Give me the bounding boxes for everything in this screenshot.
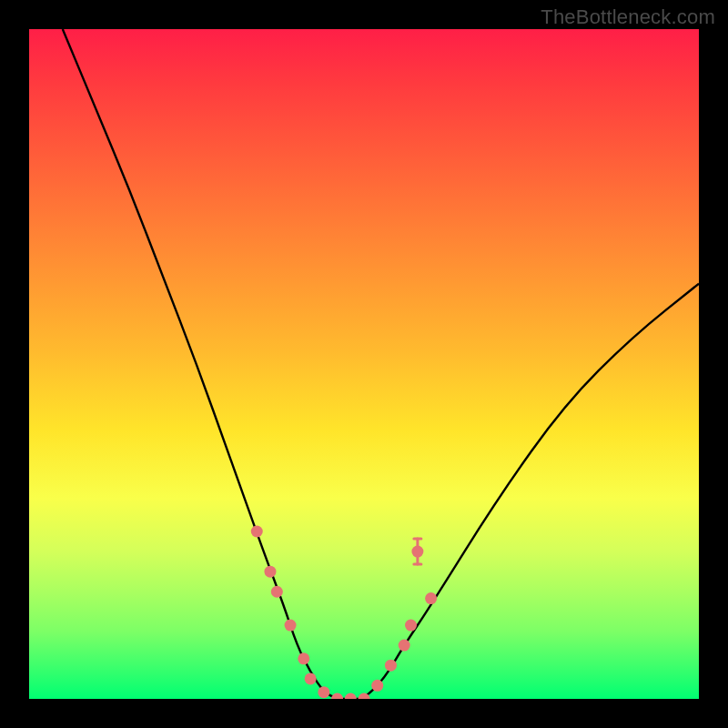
valley-markers <box>251 526 437 700</box>
svg-point-18 <box>411 546 423 558</box>
svg-point-5 <box>305 672 317 684</box>
svg-point-9 <box>359 693 370 700</box>
svg-point-14 <box>425 592 437 604</box>
svg-point-3 <box>285 620 297 632</box>
chart-frame: TheBottleneck.com <box>0 0 728 728</box>
svg-point-10 <box>371 680 383 692</box>
svg-point-6 <box>318 686 329 698</box>
svg-point-13 <box>405 620 417 632</box>
svg-point-8 <box>345 693 357 700</box>
svg-point-2 <box>271 586 283 598</box>
svg-point-1 <box>264 566 276 578</box>
watermark-text: TheBottleneck.com <box>541 5 715 29</box>
svg-point-4 <box>298 652 309 664</box>
svg-point-11 <box>385 660 397 672</box>
curve-svg <box>29 29 699 699</box>
bottleneck-curve <box>63 29 699 699</box>
svg-point-7 <box>331 693 343 700</box>
svg-point-12 <box>399 640 410 652</box>
plot-area <box>29 29 699 699</box>
svg-point-0 <box>251 526 263 538</box>
